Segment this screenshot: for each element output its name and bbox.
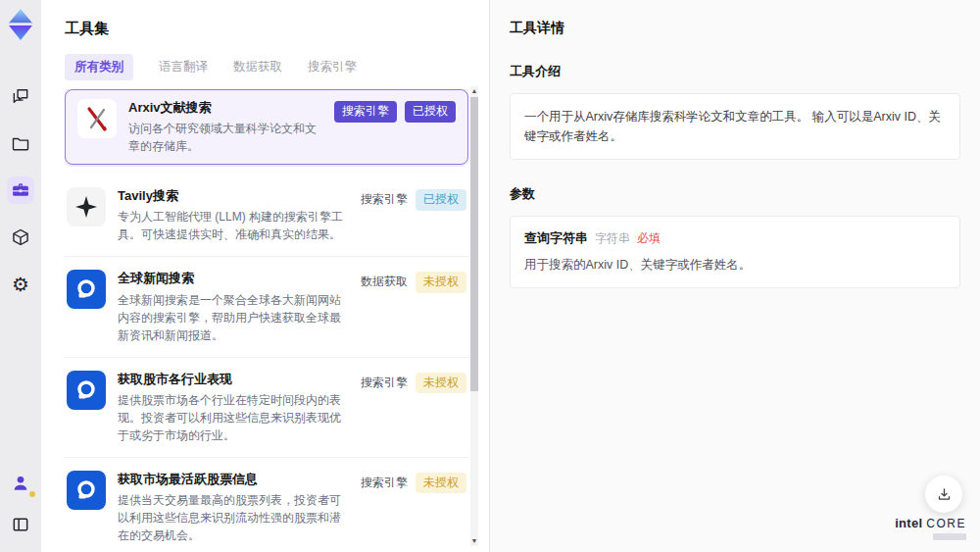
tab-search-engine[interactable]: 搜索引擎 <box>308 59 357 75</box>
tool-card-arxiv[interactable]: Arxiv文献搜索 访问各个研究领域大量科学论文和文章的存储库。 搜索引擎 已授… <box>65 89 468 165</box>
tool-card-active-stocks[interactable]: 获取市场最活跃股票信息 提供当天交易量最高的股票列表，投资者可以利用这些信息来识… <box>65 458 468 552</box>
intro-text: 一个用于从Arxiv存储库搜索科学论文和文章的工具。 输入可以是Arxiv ID… <box>524 107 946 146</box>
brand-ultra-bar <box>933 533 966 540</box>
tool-card-sector-performance[interactable]: 获取股市各行业表现 提供股票市场各个行业在特定时间段内的表现。投资者可以利用这些… <box>65 358 468 458</box>
list-scrollbar[interactable]: ▲ ▼ <box>470 86 478 546</box>
sidebar-item-account[interactable] <box>7 470 34 497</box>
gear-icon: ⚙ <box>12 275 29 294</box>
folder-icon <box>11 133 30 153</box>
auth-badge: 已授权 <box>405 101 456 123</box>
category-tag: 数据获取 <box>361 275 408 290</box>
sidebar-item-files[interactable] <box>7 129 34 157</box>
param-type: 字符串 <box>595 230 630 247</box>
tool-name: 获取股市各行业表现 <box>118 371 351 388</box>
param-description: 用于搜索的Arxiv ID、关键字或作者姓名。 <box>524 256 946 275</box>
sidebar-item-chat[interactable] <box>7 82 34 110</box>
params-heading: 参数 <box>510 185 960 203</box>
sidebar-item-collapse[interactable] <box>7 511 34 538</box>
tool-name: Tavily搜索 <box>118 187 351 205</box>
tab-data-fetch[interactable]: 数据获取 <box>233 59 282 75</box>
tool-name: 获取市场最活跃股票信息 <box>118 471 351 488</box>
tool-list: Arxiv文献搜索 访问各个研究领域大量科学论文和文章的存储库。 搜索引擎 已授… <box>65 89 468 552</box>
sidebar-item-tools[interactable] <box>7 176 34 204</box>
auth-badge: 未授权 <box>416 473 466 494</box>
category-badge: 搜索引擎 <box>334 101 397 123</box>
brand-core: CORE <box>926 517 966 530</box>
toolbox-icon <box>11 180 30 200</box>
scrollbar-thumb[interactable] <box>470 97 478 391</box>
tavily-star-icon <box>67 187 106 226</box>
tool-name: 全球新闻搜索 <box>118 270 351 287</box>
category-tabs: 所有类别 语言翻译 数据获取 搜索引擎 <box>65 54 489 79</box>
tab-language-translation[interactable]: 语言翻译 <box>159 59 208 75</box>
tool-description: 提供股票市场各个行业在特定时间段内的表现。投资者可以利用这些信息来识别表现优于或… <box>118 391 351 444</box>
auth-badge: 未授权 <box>416 373 466 394</box>
param-required-label: 必填 <box>637 230 661 247</box>
user-icon <box>11 474 30 493</box>
intro-card: 一个用于从Arxiv存储库搜索科学论文和文章的工具。 输入可以是Arxiv ID… <box>510 93 960 160</box>
arxiv-logo-icon <box>77 99 117 138</box>
tool-name: Arxiv文献搜索 <box>128 99 324 117</box>
page-title: 工具集 <box>65 20 489 38</box>
intro-heading: 工具介绍 <box>510 63 960 80</box>
tool-card-global-news[interactable]: 全球新闻搜索 全球新闻搜索是一个聚合全球各大新闻网站内容的搜索引擎，帮助用户快速… <box>65 257 468 357</box>
param-name: 查询字符串 <box>524 229 588 247</box>
news-service-icon <box>67 270 106 309</box>
cube-icon <box>11 227 30 247</box>
tool-card-tavily[interactable]: Tavily搜索 专为人工智能代理 (LLM) 构建的搜索引擎工具。可快速提供实… <box>65 175 468 257</box>
status-dot <box>29 491 35 497</box>
download-icon <box>936 486 953 503</box>
intel-core-logo: intel CORE <box>895 516 966 540</box>
finance-service-icon <box>67 471 106 510</box>
panel-layout-icon <box>11 515 30 534</box>
details-title: 工具详情 <box>510 20 960 37</box>
scroll-up-arrow[interactable]: ▲ <box>470 86 478 96</box>
brand-intel: intel <box>895 516 922 530</box>
tool-description: 提供当天交易量最高的股票列表，投资者可以利用这些信息来识别流动性强的股票和潜在的… <box>118 491 351 544</box>
category-tag: 搜索引擎 <box>361 376 408 391</box>
sidebar-item-settings[interactable]: ⚙ <box>7 271 34 298</box>
download-button[interactable] <box>925 476 962 513</box>
tool-description: 专为人工智能代理 (LLM) 构建的搜索引擎工具。可快速提供实时、准确和真实的结… <box>118 208 351 243</box>
tool-list-panel: 工具集 所有类别 语言翻译 数据获取 搜索引擎 Arxiv文献搜索 访问各个研究… <box>41 0 490 552</box>
app-logo-icon[interactable] <box>4 8 37 41</box>
category-tag: 搜索引擎 <box>361 476 408 491</box>
chat-icon <box>11 86 30 106</box>
finance-service-icon <box>67 371 106 410</box>
left-sidebar: ⚙ <box>0 0 41 552</box>
param-card: 查询字符串 字符串 必填 用于搜索的Arxiv ID、关键字或作者姓名。 <box>510 216 960 288</box>
sidebar-item-packages[interactable] <box>7 224 34 251</box>
category-tag: 搜索引擎 <box>361 192 408 208</box>
tab-all-categories[interactable]: 所有类别 <box>65 54 133 80</box>
scroll-down-arrow[interactable]: ▼ <box>470 536 478 546</box>
tool-details-panel: 工具详情 工具介绍 一个用于从Arxiv存储库搜索科学论文和文章的工具。 输入可… <box>490 0 980 552</box>
tool-description: 全球新闻搜索是一个聚合全球各大新闻网站内容的搜索引擎，帮助用户快速获取全球最新资… <box>118 291 351 344</box>
tool-description: 访问各个研究领域大量科学论文和文章的存储库。 <box>128 120 324 155</box>
auth-badge: 已授权 <box>416 189 466 211</box>
auth-badge: 未授权 <box>416 272 466 293</box>
